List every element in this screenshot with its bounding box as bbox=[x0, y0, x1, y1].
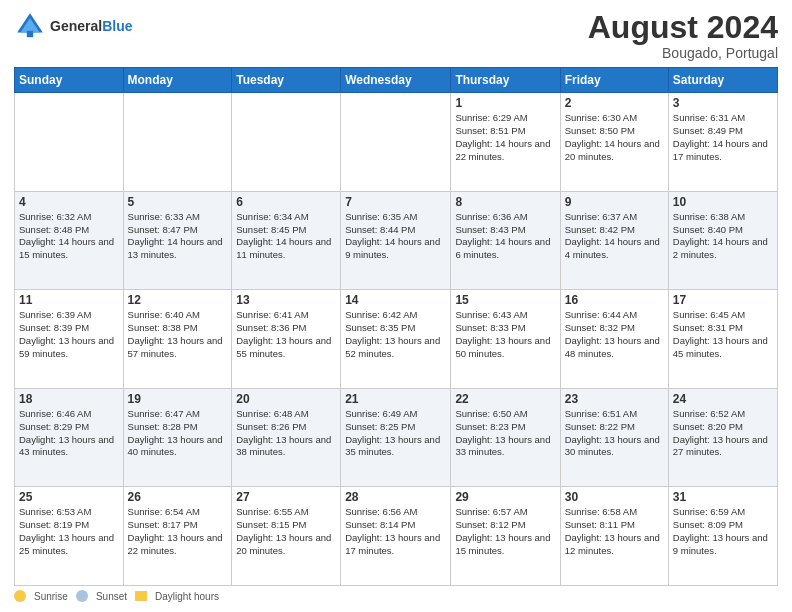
col-tuesday: Tuesday bbox=[232, 68, 341, 93]
day-info: Sunrise: 6:39 AM Sunset: 8:39 PM Dayligh… bbox=[19, 309, 119, 360]
day-cell: 26Sunrise: 6:54 AM Sunset: 8:17 PM Dayli… bbox=[123, 487, 232, 586]
day-info: Sunrise: 6:43 AM Sunset: 8:33 PM Dayligh… bbox=[455, 309, 555, 360]
day-info: Sunrise: 6:42 AM Sunset: 8:35 PM Dayligh… bbox=[345, 309, 446, 360]
day-cell: 13Sunrise: 6:41 AM Sunset: 8:36 PM Dayli… bbox=[232, 290, 341, 389]
day-number: 9 bbox=[565, 195, 664, 209]
day-info: Sunrise: 6:58 AM Sunset: 8:11 PM Dayligh… bbox=[565, 506, 664, 557]
day-cell: 24Sunrise: 6:52 AM Sunset: 8:20 PM Dayli… bbox=[668, 388, 777, 487]
header-row: Sunday Monday Tuesday Wednesday Thursday… bbox=[15, 68, 778, 93]
daylight-icon bbox=[135, 591, 147, 601]
week-row-5: 25Sunrise: 6:53 AM Sunset: 8:19 PM Dayli… bbox=[15, 487, 778, 586]
day-info: Sunrise: 6:30 AM Sunset: 8:50 PM Dayligh… bbox=[565, 112, 664, 163]
week-row-1: 1Sunrise: 6:29 AM Sunset: 8:51 PM Daylig… bbox=[15, 93, 778, 192]
day-info: Sunrise: 6:35 AM Sunset: 8:44 PM Dayligh… bbox=[345, 211, 446, 262]
day-info: Sunrise: 6:40 AM Sunset: 8:38 PM Dayligh… bbox=[128, 309, 228, 360]
day-cell: 30Sunrise: 6:58 AM Sunset: 8:11 PM Dayli… bbox=[560, 487, 668, 586]
day-info: Sunrise: 6:29 AM Sunset: 8:51 PM Dayligh… bbox=[455, 112, 555, 163]
day-number: 4 bbox=[19, 195, 119, 209]
logo: GeneralBlue bbox=[14, 10, 132, 42]
day-info: Sunrise: 6:49 AM Sunset: 8:25 PM Dayligh… bbox=[345, 408, 446, 459]
legend: Sunrise Sunset Daylight hours bbox=[14, 590, 778, 602]
main-title: August 2024 bbox=[588, 10, 778, 45]
day-number: 13 bbox=[236, 293, 336, 307]
day-info: Sunrise: 6:45 AM Sunset: 8:31 PM Dayligh… bbox=[673, 309, 773, 360]
day-info: Sunrise: 6:33 AM Sunset: 8:47 PM Dayligh… bbox=[128, 211, 228, 262]
day-info: Sunrise: 6:51 AM Sunset: 8:22 PM Dayligh… bbox=[565, 408, 664, 459]
day-cell: 20Sunrise: 6:48 AM Sunset: 8:26 PM Dayli… bbox=[232, 388, 341, 487]
sunrise-label: Sunrise bbox=[34, 591, 68, 602]
day-number: 15 bbox=[455, 293, 555, 307]
day-info: Sunrise: 6:55 AM Sunset: 8:15 PM Dayligh… bbox=[236, 506, 336, 557]
day-info: Sunrise: 6:53 AM Sunset: 8:19 PM Dayligh… bbox=[19, 506, 119, 557]
logo-icon bbox=[14, 10, 46, 42]
week-row-3: 11Sunrise: 6:39 AM Sunset: 8:39 PM Dayli… bbox=[15, 290, 778, 389]
daylight-label: Daylight hours bbox=[155, 591, 219, 602]
sunset-label: Sunset bbox=[96, 591, 127, 602]
day-info: Sunrise: 6:31 AM Sunset: 8:49 PM Dayligh… bbox=[673, 112, 773, 163]
day-info: Sunrise: 6:37 AM Sunset: 8:42 PM Dayligh… bbox=[565, 211, 664, 262]
day-number: 2 bbox=[565, 96, 664, 110]
logo-text: GeneralBlue bbox=[50, 18, 132, 34]
day-number: 14 bbox=[345, 293, 446, 307]
day-info: Sunrise: 6:48 AM Sunset: 8:26 PM Dayligh… bbox=[236, 408, 336, 459]
page: GeneralBlue August 2024 Bougado, Portuga… bbox=[0, 0, 792, 612]
day-cell bbox=[341, 93, 451, 192]
day-cell: 17Sunrise: 6:45 AM Sunset: 8:31 PM Dayli… bbox=[668, 290, 777, 389]
day-info: Sunrise: 6:34 AM Sunset: 8:45 PM Dayligh… bbox=[236, 211, 336, 262]
svg-rect-2 bbox=[27, 31, 33, 37]
day-number: 1 bbox=[455, 96, 555, 110]
day-number: 8 bbox=[455, 195, 555, 209]
day-cell: 21Sunrise: 6:49 AM Sunset: 8:25 PM Dayli… bbox=[341, 388, 451, 487]
day-number: 12 bbox=[128, 293, 228, 307]
day-info: Sunrise: 6:56 AM Sunset: 8:14 PM Dayligh… bbox=[345, 506, 446, 557]
week-row-4: 18Sunrise: 6:46 AM Sunset: 8:29 PM Dayli… bbox=[15, 388, 778, 487]
day-cell bbox=[123, 93, 232, 192]
sunrise-icon bbox=[14, 590, 26, 602]
day-number: 10 bbox=[673, 195, 773, 209]
day-number: 3 bbox=[673, 96, 773, 110]
title-block: August 2024 Bougado, Portugal bbox=[588, 10, 778, 61]
subtitle: Bougado, Portugal bbox=[588, 45, 778, 61]
day-cell: 10Sunrise: 6:38 AM Sunset: 8:40 PM Dayli… bbox=[668, 191, 777, 290]
col-saturday: Saturday bbox=[668, 68, 777, 93]
day-cell: 22Sunrise: 6:50 AM Sunset: 8:23 PM Dayli… bbox=[451, 388, 560, 487]
day-info: Sunrise: 6:46 AM Sunset: 8:29 PM Dayligh… bbox=[19, 408, 119, 459]
day-number: 5 bbox=[128, 195, 228, 209]
day-cell: 8Sunrise: 6:36 AM Sunset: 8:43 PM Daylig… bbox=[451, 191, 560, 290]
day-cell: 29Sunrise: 6:57 AM Sunset: 8:12 PM Dayli… bbox=[451, 487, 560, 586]
week-row-2: 4Sunrise: 6:32 AM Sunset: 8:48 PM Daylig… bbox=[15, 191, 778, 290]
day-cell: 5Sunrise: 6:33 AM Sunset: 8:47 PM Daylig… bbox=[123, 191, 232, 290]
day-cell: 2Sunrise: 6:30 AM Sunset: 8:50 PM Daylig… bbox=[560, 93, 668, 192]
day-cell: 4Sunrise: 6:32 AM Sunset: 8:48 PM Daylig… bbox=[15, 191, 124, 290]
day-number: 18 bbox=[19, 392, 119, 406]
day-info: Sunrise: 6:32 AM Sunset: 8:48 PM Dayligh… bbox=[19, 211, 119, 262]
day-number: 23 bbox=[565, 392, 664, 406]
day-info: Sunrise: 6:50 AM Sunset: 8:23 PM Dayligh… bbox=[455, 408, 555, 459]
sunset-icon bbox=[76, 590, 88, 602]
day-cell: 19Sunrise: 6:47 AM Sunset: 8:28 PM Dayli… bbox=[123, 388, 232, 487]
day-info: Sunrise: 6:38 AM Sunset: 8:40 PM Dayligh… bbox=[673, 211, 773, 262]
day-cell: 16Sunrise: 6:44 AM Sunset: 8:32 PM Dayli… bbox=[560, 290, 668, 389]
day-number: 31 bbox=[673, 490, 773, 504]
day-number: 27 bbox=[236, 490, 336, 504]
day-info: Sunrise: 6:54 AM Sunset: 8:17 PM Dayligh… bbox=[128, 506, 228, 557]
day-cell: 3Sunrise: 6:31 AM Sunset: 8:49 PM Daylig… bbox=[668, 93, 777, 192]
day-cell: 1Sunrise: 6:29 AM Sunset: 8:51 PM Daylig… bbox=[451, 93, 560, 192]
day-number: 29 bbox=[455, 490, 555, 504]
day-cell: 18Sunrise: 6:46 AM Sunset: 8:29 PM Dayli… bbox=[15, 388, 124, 487]
day-number: 26 bbox=[128, 490, 228, 504]
day-cell bbox=[15, 93, 124, 192]
day-number: 11 bbox=[19, 293, 119, 307]
day-info: Sunrise: 6:57 AM Sunset: 8:12 PM Dayligh… bbox=[455, 506, 555, 557]
day-number: 30 bbox=[565, 490, 664, 504]
day-cell: 27Sunrise: 6:55 AM Sunset: 8:15 PM Dayli… bbox=[232, 487, 341, 586]
day-info: Sunrise: 6:36 AM Sunset: 8:43 PM Dayligh… bbox=[455, 211, 555, 262]
day-cell: 28Sunrise: 6:56 AM Sunset: 8:14 PM Dayli… bbox=[341, 487, 451, 586]
day-cell: 6Sunrise: 6:34 AM Sunset: 8:45 PM Daylig… bbox=[232, 191, 341, 290]
day-cell: 7Sunrise: 6:35 AM Sunset: 8:44 PM Daylig… bbox=[341, 191, 451, 290]
day-cell: 14Sunrise: 6:42 AM Sunset: 8:35 PM Dayli… bbox=[341, 290, 451, 389]
day-info: Sunrise: 6:52 AM Sunset: 8:20 PM Dayligh… bbox=[673, 408, 773, 459]
day-number: 17 bbox=[673, 293, 773, 307]
day-cell bbox=[232, 93, 341, 192]
day-cell: 12Sunrise: 6:40 AM Sunset: 8:38 PM Dayli… bbox=[123, 290, 232, 389]
